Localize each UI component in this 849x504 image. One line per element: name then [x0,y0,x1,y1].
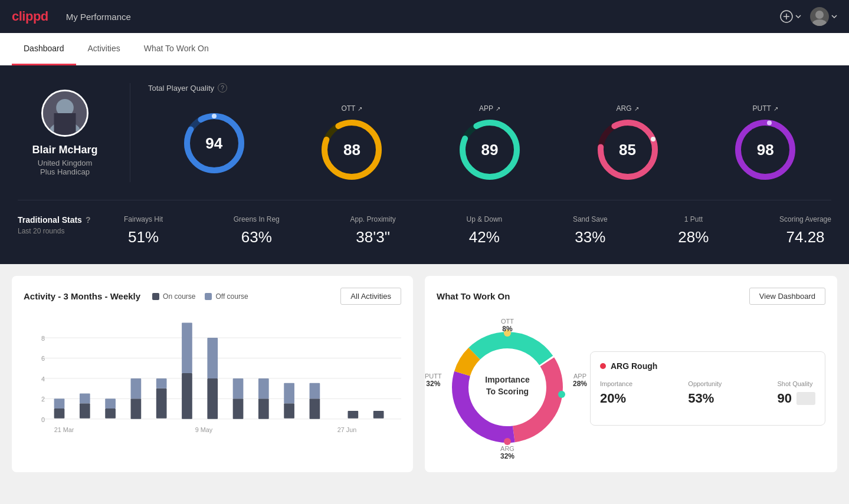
app-ring: 89 [457,117,522,182]
help-icon[interactable]: ? [86,215,91,225]
app-logo: clippd [12,9,48,24]
gauge-app: APP ↗ 89 [424,104,556,182]
svg-point-66 [504,438,511,445]
svg-point-11 [212,114,217,118]
stat-value: 74.28 [786,228,824,246]
stat-greens-in-reg: Greens In Reg 63% [234,215,280,246]
arrow-icon: ↗ [773,106,778,112]
stats-label-area: Traditional Stats ? Last 20 rounds [18,215,112,235]
putt-value: 98 [757,141,774,159]
shot-quality-value: 90 [778,391,792,406]
svg-rect-39 [131,398,142,419]
svg-text:0: 0 [41,416,45,423]
svg-text:6: 6 [41,355,45,362]
player-country: United Kingdom [38,159,93,167]
svg-point-65 [558,391,565,398]
chart-svg: 0 2 4 6 8 [41,317,401,434]
stat-name: Scoring Average [779,215,831,223]
main-navigation: Dashboard Activities What To Work On [0,33,849,65]
opportunity-metric: Opportunity 53% [688,380,722,406]
opportunity-label: Opportunity [688,380,722,387]
stat-sand-save: Sand Save 33% [573,215,608,246]
svg-text:4: 4 [41,375,45,383]
importance-value: 20% [600,391,632,406]
tab-dashboard[interactable]: Dashboard [12,33,76,65]
info-card-title: ARG Rough [600,361,815,371]
svg-text:8: 8 [41,335,45,342]
activity-card-header: Activity - 3 Months - Weekly On course O… [24,288,401,305]
svg-rect-45 [207,378,218,419]
svg-rect-56 [373,411,384,419]
svg-rect-38 [105,398,116,409]
arg-label: ARG 32% [500,445,514,460]
stat-fairways-hit: Fairways Hit 51% [124,215,163,246]
arg-value: 85 [619,141,636,159]
svg-rect-35 [80,403,90,419]
wtwo-title: What To Work On [437,291,510,301]
wtwo-content: Importance To Scoring OTT 8% APP 28% ARG… [437,317,825,460]
svg-rect-44 [182,322,192,373]
main-score-value: 94 [205,134,222,153]
svg-text:To Scoring: To Scoring [486,387,529,396]
user-avatar-button[interactable] [810,7,837,26]
main-ring: 94 [182,111,247,176]
ott-ring: 88 [319,117,384,182]
stat-value: 38'3" [356,228,390,246]
all-activities-button[interactable]: All Activities [340,288,401,305]
donut-wrapper: Importance To Scoring OTT 8% APP 28% ARG… [437,317,578,460]
svg-text:21 Mar: 21 Mar [54,426,74,433]
stat-name: 1 Putt [684,215,703,223]
svg-rect-46 [207,338,218,378]
stats-items: Fairways Hit 51% Greens In Reg 63% App. … [124,215,831,246]
bottom-section: Activity - 3 Months - Weekly On course O… [0,264,849,484]
header-right [780,7,837,26]
gauge-putt-label: PUTT ↗ [753,104,778,113]
stats-sublabel: Last 20 rounds [18,227,112,235]
add-button[interactable] [780,10,801,23]
gauge-arg: ARG ↗ 85 [562,104,694,182]
stat-1-putt: 1 Putt 28% [678,215,709,246]
stat-value: 63% [241,228,272,246]
app-header: clippd My Performance [0,0,849,33]
svg-rect-41 [156,388,167,419]
header-title: My Performance [66,12,131,22]
svg-point-16 [514,147,519,152]
svg-rect-51 [284,403,294,419]
svg-rect-36 [80,394,90,404]
shot-quality-bar [796,392,815,405]
svg-point-4 [812,19,827,26]
app-label: APP 28% [573,373,587,388]
stat-name: Greens In Reg [234,215,280,223]
stat-name: Fairways Hit [124,215,163,223]
svg-rect-42 [156,378,167,388]
stat-app-proximity: App. Proximity 38'3" [350,215,395,246]
tab-what-to-work-on[interactable]: What To Work On [132,33,221,65]
activity-chart-title: Activity - 3 Months - Weekly [24,291,140,301]
help-icon[interactable]: ? [218,83,227,93]
header-left: clippd My Performance [12,9,131,24]
svg-rect-55 [348,411,358,419]
wtwo-info-card: ARG Rough Importance 20% Opportunity 53%… [590,351,825,426]
svg-text:9 May: 9 May [195,426,213,433]
player-handicap: Plus Handicap [40,167,90,176]
opportunity-value: 53% [688,391,722,406]
view-dashboard-button[interactable]: View Dashboard [749,288,825,305]
gauge-ott: OTT ↗ 88 [286,104,418,182]
svg-rect-40 [131,378,142,398]
ott-label: OTT 8% [501,318,514,333]
player-info: Blair McHarg United Kingdom Plus Handica… [18,90,112,176]
tab-activities[interactable]: Activities [76,33,132,65]
importance-label: Importance [600,380,632,387]
importance-metric: Importance 20% [600,380,632,406]
gauge-ott-label: OTT ↗ [341,104,362,113]
arg-ring: 85 [595,117,660,182]
legend-dot [152,293,159,300]
shot-quality-metric: Shot Quality 90 [778,380,815,406]
chevron-down-icon [831,15,837,18]
gauge-putt: PUTT ↗ 98 [699,104,831,182]
svg-rect-53 [310,398,320,419]
donut-chart: Importance To Scoring [437,317,578,458]
svg-point-22 [767,121,772,126]
stat-name: Up & Down [467,215,503,223]
svg-rect-54 [310,383,320,399]
